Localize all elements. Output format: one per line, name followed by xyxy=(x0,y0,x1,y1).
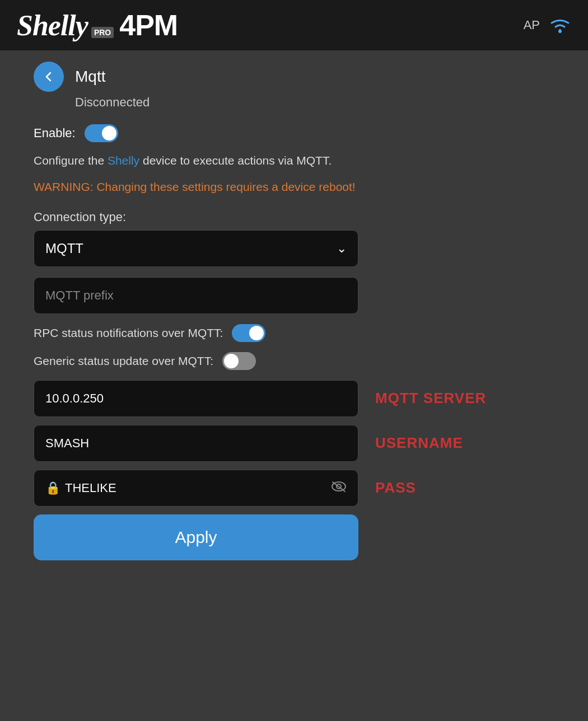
generic-toggle-row: Generic status update over MQTT: xyxy=(34,352,554,370)
rpc-toggle-row: RPC status notifications over MQTT: xyxy=(34,324,554,342)
header-right: AP xyxy=(524,17,571,34)
password-input[interactable]: 🔒 THELIKE xyxy=(34,470,358,507)
username-row: SMASH USERNAME xyxy=(34,425,554,462)
logo: Shelly PRO 4PM xyxy=(17,8,178,42)
back-button[interactable] xyxy=(34,62,64,92)
rpc-toggle-thumb xyxy=(249,326,264,340)
toggle-thumb xyxy=(102,126,116,141)
generic-toggle[interactable] xyxy=(222,352,256,370)
enable-row: Enable: xyxy=(34,124,554,142)
connection-type-dropdown[interactable]: MQTT ⌄ xyxy=(34,230,358,267)
generic-label: Generic status update over MQTT: xyxy=(34,354,213,368)
connection-status: Disconnected xyxy=(75,95,554,110)
username-input[interactable]: SMASH xyxy=(34,425,358,462)
username-annotation: USERNAME xyxy=(375,434,463,452)
app-header: Shelly PRO 4PM AP xyxy=(0,0,588,50)
rpc-toggle[interactable] xyxy=(232,324,265,342)
enable-label: Enable: xyxy=(34,126,76,141)
logo-pro: PRO xyxy=(91,27,114,38)
password-row: 🔒 THELIKE PASS xyxy=(34,470,554,507)
description-highlight: Shelly xyxy=(108,154,139,167)
server-annotation: MQTT SERVER xyxy=(375,390,486,407)
eye-slash-icon[interactable] xyxy=(331,480,347,496)
server-row: 10.0.0.250 MQTT SERVER xyxy=(34,380,554,417)
enable-toggle[interactable] xyxy=(85,124,118,142)
content-area: Mqtt Disconnected Enable: Configure the … xyxy=(0,50,588,583)
dropdown-value: MQTT xyxy=(45,241,83,256)
ap-label: AP xyxy=(524,18,540,32)
lock-icon: 🔒 xyxy=(45,481,60,495)
description-after: device to execute actions via MQTT. xyxy=(139,154,332,167)
description: Configure the Shelly device to execute a… xyxy=(34,152,554,168)
mqtt-prefix-placeholder: MQTT prefix xyxy=(45,288,114,303)
connection-type-label: Connection type: xyxy=(34,210,554,224)
chevron-down-icon: ⌄ xyxy=(337,241,347,256)
server-input[interactable]: 10.0.0.250 xyxy=(34,380,358,417)
mqtt-prefix-input[interactable]: MQTT prefix xyxy=(34,277,358,314)
description-before: Configure the xyxy=(34,154,108,167)
rpc-label: RPC status notifications over MQTT: xyxy=(34,326,223,340)
password-value: THELIKE xyxy=(65,481,331,495)
server-value: 10.0.0.250 xyxy=(45,391,104,406)
logo-shelly: Shelly xyxy=(17,9,88,42)
title-row: Mqtt xyxy=(34,50,554,92)
wifi-icon xyxy=(549,17,571,34)
logo-4pm: 4PM xyxy=(119,8,178,42)
svg-point-0 xyxy=(558,30,562,33)
password-inner: 🔒 THELIKE xyxy=(45,480,347,496)
generic-toggle-thumb xyxy=(224,354,239,368)
username-value: SMASH xyxy=(45,436,89,451)
warning-text: WARNING: Changing these settings require… xyxy=(34,179,554,195)
page-title: Mqtt xyxy=(75,68,105,86)
password-annotation: PASS xyxy=(375,479,416,497)
apply-button[interactable]: Apply xyxy=(34,514,358,560)
